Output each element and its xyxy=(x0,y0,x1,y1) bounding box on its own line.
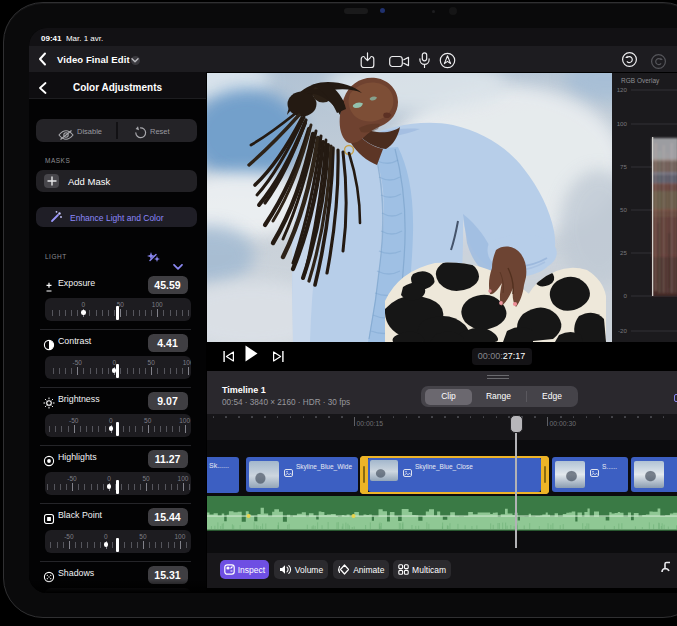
svg-text:RGB Overlay: RGB Overlay xyxy=(621,77,660,85)
svg-text:0: 0 xyxy=(624,292,628,299)
svg-text:-20: -20 xyxy=(618,327,628,334)
svg-text:50: 50 xyxy=(620,206,627,213)
svg-text:120: 120 xyxy=(617,86,628,93)
svg-text:25: 25 xyxy=(620,249,627,256)
svg-text:75: 75 xyxy=(620,163,627,170)
svg-text:100: 100 xyxy=(617,120,628,127)
